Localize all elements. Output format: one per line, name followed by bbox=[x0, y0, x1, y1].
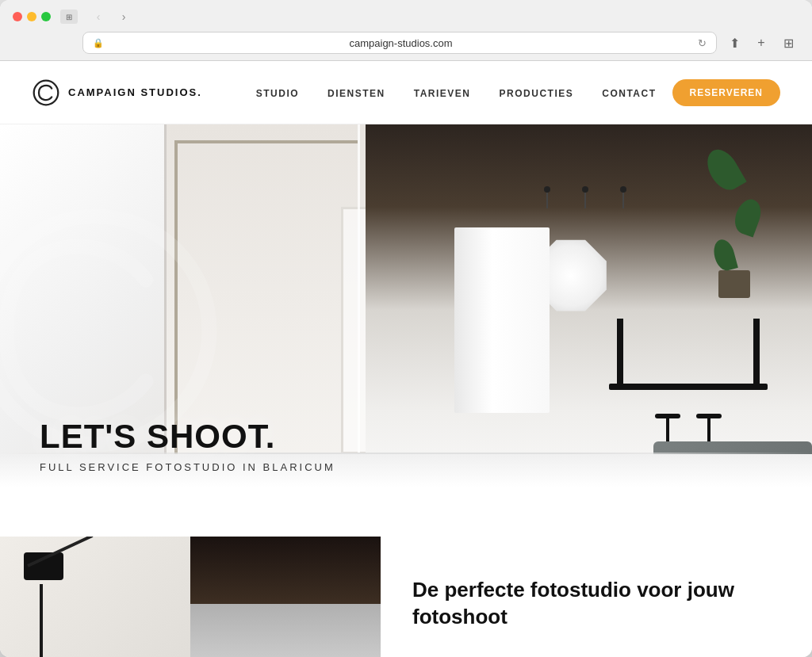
table-leg-left bbox=[617, 319, 623, 390]
website-content: CAMPAIGN STUDIOS. STUDIO DIENSTEN TARIEV… bbox=[0, 61, 812, 657]
hero-title: LET'S SHOOT. bbox=[40, 418, 335, 455]
nav-studio[interactable]: STUDIO bbox=[256, 88, 299, 99]
forward-button[interactable]: › bbox=[113, 8, 135, 25]
close-button[interactable] bbox=[13, 12, 22, 21]
maximize-button[interactable] bbox=[41, 12, 51, 21]
track-lights bbox=[544, 186, 626, 193]
nav-producties[interactable]: PRODUCTIES bbox=[500, 88, 574, 99]
svg-point-0 bbox=[34, 80, 59, 105]
lock-icon: 🔒 bbox=[93, 38, 104, 48]
grid-view-button[interactable]: ⊞ bbox=[777, 34, 799, 52]
thumb2-floor bbox=[190, 604, 381, 657]
backdrop bbox=[454, 227, 550, 413]
traffic-lights bbox=[13, 12, 51, 21]
logo-text: CAMPAIGN STUDIOS. bbox=[68, 86, 202, 98]
leaf-3 bbox=[710, 237, 738, 273]
table-leg-right bbox=[753, 319, 760, 390]
minimize-button[interactable] bbox=[27, 12, 36, 21]
plant bbox=[710, 145, 758, 298]
logo[interactable]: CAMPAIGN STUDIOS. bbox=[32, 78, 202, 107]
light-stand bbox=[40, 584, 43, 657]
leaf-1 bbox=[701, 144, 747, 196]
logo-icon bbox=[32, 78, 60, 107]
studio-table bbox=[609, 384, 768, 390]
nav-tarieven[interactable]: TARIEVEN bbox=[414, 88, 471, 99]
track-light-3 bbox=[620, 186, 626, 193]
hero-subtitle: FULL SERVICE FOTOSTUDIO IN BLARICUM bbox=[40, 461, 335, 473]
tab-switcher-icon[interactable]: ⊞ bbox=[60, 10, 78, 24]
hero-section: LET'S SHOOT. FULL SERVICE FOTOSTUDIO IN … bbox=[0, 124, 812, 537]
below-fold-section: De perfecte fotostudio voor jouw fotosho… bbox=[0, 537, 812, 657]
reload-icon[interactable]: ↻ bbox=[698, 37, 707, 49]
new-tab-button[interactable]: + bbox=[750, 34, 772, 52]
address-bar[interactable]: 🔒 campaign-studios.com ↻ bbox=[82, 32, 717, 54]
track-light-1 bbox=[544, 186, 550, 193]
reserve-button[interactable]: RESERVEREN bbox=[672, 79, 780, 106]
nav-contact[interactable]: CONTACT bbox=[602, 88, 656, 99]
url-text: campaign-studios.com bbox=[109, 37, 693, 49]
browser-chrome: ⊞ ‹ › 🔒 campaign-studios.com ↻ ⬆ + ⊞ bbox=[0, 0, 812, 61]
thumb2-ceiling bbox=[190, 537, 381, 604]
site-navigation: CAMPAIGN STUDIOS. STUDIO DIENSTEN TARIEV… bbox=[0, 61, 812, 124]
browser-window: ⊞ ‹ › 🔒 campaign-studios.com ↻ ⬆ + ⊞ bbox=[0, 0, 812, 657]
share-button[interactable]: ⬆ bbox=[723, 34, 745, 52]
thumbnail-2 bbox=[190, 537, 381, 657]
thumbnails-area bbox=[0, 537, 381, 657]
leaf-2 bbox=[731, 196, 766, 238]
nav-diensten[interactable]: DIENSTEN bbox=[327, 88, 385, 99]
plant-leaves bbox=[710, 145, 758, 269]
nav-links: STUDIO DIENSTEN TARIEVEN PRODUCTIES CONT… bbox=[256, 86, 657, 100]
back-button[interactable]: ‹ bbox=[87, 8, 109, 25]
plant-pot bbox=[718, 270, 750, 298]
hero-text: LET'S SHOOT. FULL SERVICE FOTOSTUDIO IN … bbox=[40, 418, 335, 473]
track-light-2 bbox=[582, 186, 588, 193]
below-fold-title: De perfecte fotostudio voor jouw fotosho… bbox=[412, 577, 780, 631]
below-fold-text: De perfecte fotostudio voor jouw fotosho… bbox=[381, 537, 812, 657]
thumbnail-1 bbox=[0, 537, 190, 657]
